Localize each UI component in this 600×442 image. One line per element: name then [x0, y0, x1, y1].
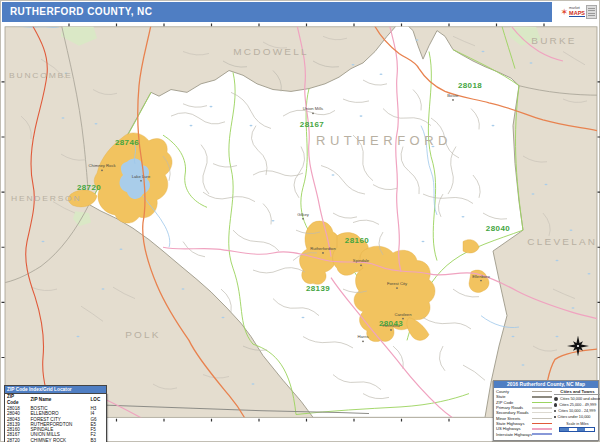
table-row: 28167 UNION MILLS F2 — [5, 432, 107, 437]
zip-label-28167: 28167 — [300, 120, 324, 129]
city-size-label: Cities 50,000 and above — [560, 397, 600, 401]
secondary-road-sample — [532, 412, 552, 413]
legend-item-label: ZIP Code — [496, 400, 513, 405]
town-label: Chimney Rock — [88, 164, 116, 169]
town-label: Spindale — [353, 259, 370, 264]
legend-line-items: County State ZIP Code Primary Roads Seco… — [496, 389, 552, 437]
interstate-sample — [532, 433, 552, 435]
map-sheet: Union Mills Gilkey Rutherfordton Spindal… — [0, 0, 600, 442]
zip-label-28040: 28040 — [486, 224, 511, 233]
zip-label-28746: 28746 — [115, 138, 140, 147]
state-line-sample — [532, 396, 552, 398]
city-size-label: Cities 25,000 - 49,999 — [559, 403, 596, 407]
scale-bar: Scale in Miles — [554, 422, 600, 432]
zip-label-28043: 28043 — [379, 319, 404, 328]
primary-road-sample — [532, 407, 552, 409]
town-label: Caroleen — [395, 312, 412, 317]
legend-panel: 2016 Rutherford County, NC Map County St… — [493, 380, 599, 441]
county-label-buncombe: BUNCOMBE — [9, 70, 72, 80]
city-marker — [554, 403, 557, 406]
town-label: Ellenboro — [472, 274, 490, 279]
zip-table-header-row: ZIP Code ZIP Name LOC — [5, 394, 107, 407]
legend-title: 2016 Rutherford County, NC Map — [494, 381, 598, 388]
town-label: Union Mills — [303, 107, 323, 112]
city-size-label: Cities under 10,000 — [558, 415, 591, 419]
cities-title: Cities and Towns — [554, 389, 600, 395]
zip-index-table: ZIP Code Index/Grid Locator ZIP Code ZIP… — [4, 385, 107, 442]
town-label: Bostic — [447, 93, 458, 98]
brand-logo: ✶ market MAPS — [552, 2, 598, 22]
zip-label-28720: 28720 — [77, 183, 102, 192]
legend-item-label: Interstate Highways — [496, 432, 532, 437]
city-size-label: Cities 10,000 - 24,999 — [558, 409, 595, 413]
logo-editions-panel — [586, 5, 597, 19]
county-label-rutherford: RUTHERFORD — [316, 134, 452, 148]
county-label-burke: BURKE — [531, 35, 576, 46]
county-label-henderson: HENDERSON — [11, 193, 81, 203]
city-marker — [554, 410, 556, 412]
us-highway-sample — [532, 428, 552, 430]
town-label: Rutherfordton — [310, 246, 336, 251]
legend-item-label: Minor Streets — [496, 416, 520, 421]
city-marker — [554, 416, 556, 418]
zip-label-28160: 28160 — [345, 237, 370, 246]
zip-line-sample — [532, 402, 552, 403]
cell-zip: 28720 — [5, 438, 29, 442]
county-label-mcdowell: MCDOWELL — [233, 47, 308, 58]
page-title: RUTHERFORD COUNTY, NC — [10, 6, 152, 17]
cell-name: CHIMNEY ROCK — [29, 438, 89, 442]
town-label: Harris — [357, 335, 368, 340]
legend-item-label: County — [496, 389, 509, 394]
logo-brand-bottom: MAPS — [569, 11, 585, 17]
state-highway-sample — [532, 423, 552, 424]
county-line-sample — [532, 391, 552, 392]
point-of-interest-dot — [23, 23, 25, 25]
legend-item-label: US Highways — [496, 426, 521, 431]
legend-item-label: Secondary Roads — [496, 410, 529, 415]
zip-label-28139: 28139 — [306, 284, 331, 293]
town-label: Lake Lure — [132, 174, 151, 179]
header-bar: RUTHERFORD COUNTY, NC — [2, 2, 554, 22]
legend-item-label: Primary Roads — [496, 405, 523, 410]
logo-star-icon: ✶ — [561, 8, 569, 17]
minor-street-sample — [532, 418, 552, 419]
column-header-loc: LOC — [89, 394, 107, 407]
column-header-zip-name: ZIP Name — [29, 394, 89, 407]
table-row: 28040 ELLENBORO I4 — [5, 411, 107, 416]
scale-label: Scale in Miles — [554, 422, 600, 426]
table-row: 28720 CHIMNEY ROCK B3 — [5, 438, 107, 442]
city-marker — [554, 397, 558, 401]
zip-label-28018: 28018 — [458, 81, 483, 90]
column-header-zip-code: ZIP Code — [5, 394, 29, 407]
cities-and-towns-section: Cities and Towns Cities 50,000 and above… — [554, 389, 600, 437]
legend-item-label: State Highways — [496, 421, 524, 426]
town-label: Gilkey — [297, 212, 310, 217]
zip-table-title: ZIP Code Index/Grid Locator — [4, 385, 107, 393]
county-label-cleveland: CLEVELAND — [527, 237, 600, 248]
legend-item-label: State — [496, 394, 506, 399]
scale-bar-graphic — [559, 427, 595, 432]
town-label: Forest City — [387, 281, 408, 286]
county-label-polk: POLK — [125, 330, 160, 341]
cell-loc: B3 — [89, 438, 107, 442]
